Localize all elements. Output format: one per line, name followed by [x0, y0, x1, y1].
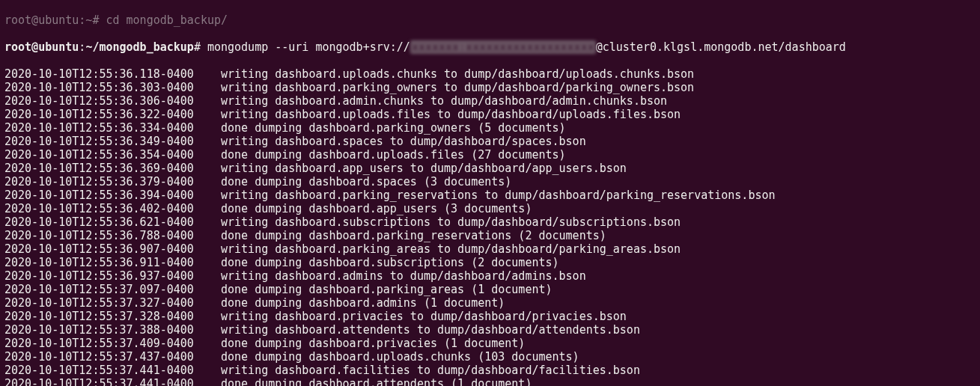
log-message: writing dashboard.facilities to dump/das… — [221, 364, 640, 377]
log-line: 2020-10-10T12:55:36.349-0400 writing das… — [4, 135, 976, 148]
log-gap — [194, 108, 221, 121]
log-message: writing dashboard.parking_owners to dump… — [221, 81, 694, 94]
log-message: writing dashboard.privacies to dump/dash… — [221, 310, 627, 323]
log-gap — [194, 121, 221, 135]
log-gap — [194, 162, 221, 175]
log-message: done dumping dashboard.uploads.chunks (1… — [221, 350, 579, 364]
log-message: done dumping dashboard.parking_reservati… — [221, 229, 606, 242]
log-timestamp: 2020-10-10T12:55:36.788-0400 — [4, 229, 194, 242]
log-message: writing dashboard.attendents to dump/das… — [221, 323, 640, 337]
log-message: writing dashboard.subscriptions to dump/… — [221, 215, 681, 229]
log-timestamp: 2020-10-10T12:55:37.437-0400 — [4, 350, 194, 364]
log-timestamp: 2020-10-10T12:55:36.394-0400 — [4, 189, 194, 202]
log-gap — [194, 148, 221, 162]
log-line: 2020-10-10T12:55:36.369-0400 writing das… — [4, 162, 976, 175]
log-gap — [194, 67, 221, 81]
log-gap — [194, 242, 221, 256]
credentials-blurred: xxxxxxx:xxxxxxxxxxxxxxxxxxx — [410, 40, 596, 54]
log-timestamp: 2020-10-10T12:55:36.354-0400 — [4, 148, 194, 162]
prompt-user: root@ubuntu — [4, 40, 79, 54]
log-message: done dumping dashboard.subscriptions (2 … — [221, 256, 559, 269]
log-line: 2020-10-10T12:55:36.303-0400 writing das… — [4, 81, 976, 94]
log-line: 2020-10-10T12:55:37.328-0400 writing das… — [4, 310, 976, 323]
log-message: writing dashboard.spaces to dump/dashboa… — [221, 135, 586, 148]
log-message: writing dashboard.uploads.chunks to dump… — [221, 67, 694, 81]
log-gap — [194, 364, 221, 377]
command-suffix: @cluster0.klgsl.mongodb.net/dashboard — [596, 40, 846, 54]
log-line: 2020-10-10T12:55:37.097-0400 done dumpin… — [4, 283, 976, 296]
log-line: 2020-10-10T12:55:36.322-0400 writing das… — [4, 108, 976, 121]
log-message: writing dashboard.app_users to dump/dash… — [221, 162, 627, 175]
prompt-path: ~/mongodb_backup — [85, 40, 194, 54]
log-message: done dumping dashboard.privacies (1 docu… — [221, 337, 525, 350]
log-line: 2020-10-10T12:55:37.441-0400 writing das… — [4, 364, 976, 377]
log-message: writing dashboard.uploads.files to dump/… — [221, 108, 681, 121]
log-line: 2020-10-10T12:55:36.937-0400 writing das… — [4, 269, 976, 283]
log-gap — [194, 283, 221, 296]
log-gap — [194, 269, 221, 283]
log-timestamp: 2020-10-10T12:55:36.402-0400 — [4, 202, 194, 215]
log-timestamp: 2020-10-10T12:55:36.303-0400 — [4, 81, 194, 94]
log-timestamp: 2020-10-10T12:55:37.441-0400 — [4, 364, 194, 377]
log-timestamp: 2020-10-10T12:55:37.327-0400 — [4, 296, 194, 310]
log-line: 2020-10-10T12:55:36.354-0400 done dumpin… — [4, 148, 976, 162]
command-prefix: mongodump --uri mongodb+srv:// — [207, 40, 410, 54]
log-line: 2020-10-10T12:55:37.409-0400 done dumpin… — [4, 337, 976, 350]
log-timestamp: 2020-10-10T12:55:36.369-0400 — [4, 162, 194, 175]
log-gap — [194, 377, 221, 386]
log-line: 2020-10-10T12:55:37.327-0400 done dumpin… — [4, 296, 976, 310]
log-gap — [194, 323, 221, 337]
log-gap — [194, 215, 221, 229]
log-gap — [194, 189, 221, 202]
previous-command-faded: root@ubuntu:~# cd mongodb_backup/ — [4, 13, 976, 27]
log-line: 2020-10-10T12:55:36.394-0400 writing das… — [4, 189, 976, 202]
log-message: done dumping dashboard.parking_owners (5… — [221, 121, 566, 135]
log-line: 2020-10-10T12:55:37.441-0400 done dumpin… — [4, 377, 976, 386]
log-line: 2020-10-10T12:55:37.437-0400 done dumpin… — [4, 350, 976, 364]
output-log: 2020-10-10T12:55:36.118-0400 writing das… — [4, 67, 976, 386]
log-timestamp: 2020-10-10T12:55:36.911-0400 — [4, 256, 194, 269]
command-line: root@ubuntu:~/mongodb_backup# mongodump … — [4, 40, 976, 54]
log-gap — [194, 202, 221, 215]
log-timestamp: 2020-10-10T12:55:36.306-0400 — [4, 94, 194, 108]
log-message: done dumping dashboard.parking_areas (1 … — [221, 283, 553, 296]
log-message: done dumping dashboard.attendents (1 doc… — [221, 377, 532, 386]
log-timestamp: 2020-10-10T12:55:37.441-0400 — [4, 377, 194, 386]
log-gap — [194, 135, 221, 148]
log-message: writing dashboard.admin.chunks to dump/d… — [221, 94, 667, 108]
log-line: 2020-10-10T12:55:36.379-0400 done dumpin… — [4, 175, 976, 189]
log-line: 2020-10-10T12:55:36.788-0400 done dumpin… — [4, 229, 976, 242]
log-message: done dumping dashboard.app_users (3 docu… — [221, 202, 532, 215]
log-gap — [194, 296, 221, 310]
log-gap — [194, 81, 221, 94]
log-line: 2020-10-10T12:55:36.402-0400 done dumpin… — [4, 202, 976, 215]
log-gap — [194, 337, 221, 350]
log-gap — [194, 175, 221, 189]
log-line: 2020-10-10T12:55:36.907-0400 writing das… — [4, 242, 976, 256]
log-gap — [194, 94, 221, 108]
log-timestamp: 2020-10-10T12:55:36.334-0400 — [4, 121, 194, 135]
log-line: 2020-10-10T12:55:37.388-0400 writing das… — [4, 323, 976, 337]
log-gap — [194, 310, 221, 323]
log-message: done dumping dashboard.uploads.files (27… — [221, 148, 566, 162]
log-message: writing dashboard.parking_reservations t… — [221, 189, 776, 202]
log-timestamp: 2020-10-10T12:55:36.118-0400 — [4, 67, 194, 81]
log-line: 2020-10-10T12:55:36.334-0400 done dumpin… — [4, 121, 976, 135]
log-timestamp: 2020-10-10T12:55:36.379-0400 — [4, 175, 194, 189]
prompt-end: # — [194, 40, 207, 54]
log-gap — [194, 256, 221, 269]
log-gap — [194, 229, 221, 242]
log-timestamp: 2020-10-10T12:55:37.328-0400 — [4, 310, 194, 323]
log-line: 2020-10-10T12:55:36.306-0400 writing das… — [4, 94, 976, 108]
log-line: 2020-10-10T12:55:36.621-0400 writing das… — [4, 215, 976, 229]
log-message: done dumping dashboard.spaces (3 documen… — [221, 175, 511, 189]
log-timestamp: 2020-10-10T12:55:37.097-0400 — [4, 283, 194, 296]
log-timestamp: 2020-10-10T12:55:36.322-0400 — [4, 108, 194, 121]
log-message: writing dashboard.parking_areas to dump/… — [221, 242, 681, 256]
log-timestamp: 2020-10-10T12:55:37.388-0400 — [4, 323, 194, 337]
log-timestamp: 2020-10-10T12:55:36.349-0400 — [4, 135, 194, 148]
terminal[interactable]: root@ubuntu:~# cd mongodb_backup/ root@u… — [0, 0, 980, 386]
log-line: 2020-10-10T12:55:36.118-0400 writing das… — [4, 67, 976, 81]
log-timestamp: 2020-10-10T12:55:36.621-0400 — [4, 215, 194, 229]
log-line: 2020-10-10T12:55:36.911-0400 done dumpin… — [4, 256, 976, 269]
